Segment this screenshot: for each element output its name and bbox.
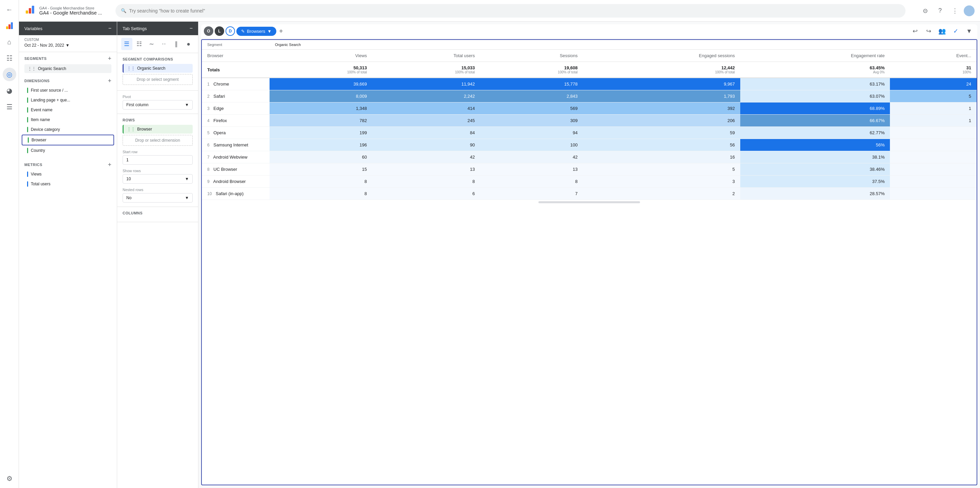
browsers-tab[interactable]: ✎ Browsers ▼ (236, 27, 276, 36)
nav-rail: ← ⌂ ☷ ◎ ◕ ☰ ⚙ (0, 0, 19, 488)
start-row-input[interactable] (123, 155, 192, 165)
more-options-button[interactable]: ⋮ (949, 5, 961, 17)
row-number: 8 (207, 167, 210, 172)
tab-avatar-l[interactable]: L (215, 26, 224, 36)
col-events[interactable]: Event... (890, 50, 977, 62)
table-body: Totals 50,313 100% of total 15,033 100% … (202, 62, 977, 200)
metric-indicator (27, 171, 28, 177)
drop-dimension-zone[interactable]: Drop or select dimension (123, 135, 192, 146)
col-total-users[interactable]: Total users (372, 50, 480, 62)
add-tab-button[interactable]: + (278, 27, 285, 35)
scatter-view-button[interactable]: ⋅⋅ (159, 38, 170, 50)
browser-name: Safari (213, 93, 225, 99)
add-person-button[interactable]: 👥 (937, 26, 948, 36)
dimension-item[interactable]: First user source / ... (22, 86, 114, 95)
nav-configure-icon[interactable]: ☰ (3, 100, 16, 114)
line-view-button[interactable]: ∼ (146, 38, 157, 50)
nested-rows-group: Nested rows No ▼ (123, 188, 192, 203)
dimension-label: First user source / ... (31, 88, 68, 93)
add-metric-button[interactable]: + (108, 162, 111, 168)
dimension-item[interactable]: Country (22, 146, 114, 155)
metric-label: Views (31, 172, 41, 176)
dimension-item[interactable]: Item name (22, 115, 114, 124)
metrics-section-header: METRICS + (19, 158, 117, 169)
col-sessions[interactable]: Sessions (480, 50, 583, 62)
nav-advertising-icon[interactable]: ◕ (3, 84, 16, 97)
table-row[interactable]: 2 Safari 8,009 2,242 2,843 1,793 63.07% … (202, 90, 977, 103)
bar-view-button[interactable]: ∥ (171, 38, 182, 50)
cell-engaged-sessions: 59 (583, 127, 740, 139)
dimension-label: Item name (31, 117, 50, 122)
table-row[interactable]: 7 Android Webview 60 42 42 16 38.1% (202, 151, 977, 163)
row-number: 1 (207, 82, 210, 87)
table-row[interactable]: 4 Firefox 782 245 309 206 66.67% 1 (202, 115, 977, 127)
browser-name: Opera (213, 130, 226, 135)
nav-settings-icon[interactable]: ⚙ (3, 472, 16, 485)
col-engagement-rate[interactable]: Engagement rate (740, 50, 890, 62)
cell-sessions: 13 (480, 163, 583, 176)
variables-panel-title: Variables (24, 26, 42, 31)
avatar[interactable] (964, 5, 975, 16)
table-row[interactable]: 5 Opera 199 84 94 59 62.77% (202, 127, 977, 139)
col-engaged-sessions[interactable]: Engaged sessions (583, 50, 740, 62)
geo-view-button[interactable]: ● (183, 38, 194, 50)
horizontal-scrollbar[interactable] (538, 201, 640, 203)
segment-tag-organic[interactable]: ⋮⋮ Organic Search (123, 64, 192, 73)
pivot-value: First column (126, 103, 148, 107)
nav-home-icon[interactable]: ⌂ (3, 35, 16, 49)
segment-chip-organic-search[interactable]: ⋮⋮ Organic Search (24, 64, 111, 73)
table-row[interactable]: 6 Samsung Internet 196 90 100 56 56% (202, 139, 977, 151)
cell-views: 196 (270, 139, 372, 151)
nav-reports-icon[interactable]: ☷ (3, 51, 16, 65)
col-views[interactable]: Views (270, 50, 372, 62)
header-search[interactable]: 🔍 (116, 4, 905, 17)
tab-avatar-o[interactable]: O (204, 26, 213, 36)
cell-events (890, 176, 977, 188)
metric-item[interactable]: Views (22, 170, 114, 179)
nav-back-icon[interactable]: ← (3, 3, 16, 16)
table-row[interactable]: 3 Edge 1,348 414 569 392 68.89% 1 (202, 103, 977, 115)
date-selector[interactable]: Custom Oct 22 - Nov 20, 2022 ▼ (19, 35, 117, 52)
metric-item[interactable]: Total users (22, 179, 114, 189)
dimension-item[interactable]: Browser (22, 135, 114, 146)
grid-view-button[interactable]: ⊝ (919, 5, 931, 17)
browser-name: Samsung Internet (213, 143, 248, 147)
add-segment-button[interactable]: + (108, 55, 111, 62)
svg-rect-1 (8, 24, 11, 29)
table-row[interactable]: 10 Safari (in-app) 8 6 7 2 28.57% (202, 188, 977, 200)
cell-events (890, 163, 977, 176)
dimension-item[interactable]: Device category (22, 125, 114, 134)
table-row[interactable]: 8 UC Browser 15 13 13 5 38.46% (202, 163, 977, 176)
pivot-view-button[interactable]: ☷ (134, 38, 145, 50)
variables-panel-minimize[interactable]: − (108, 26, 111, 31)
nested-rows-select[interactable]: No ▼ (123, 193, 192, 203)
redo-button[interactable]: ↪ (923, 26, 934, 36)
cell-views: 60 (270, 151, 372, 163)
help-button[interactable]: ? (934, 5, 946, 17)
share-dropdown-button[interactable]: ▼ (964, 26, 975, 36)
cell-events (890, 188, 977, 200)
dimension-item[interactable]: Landing page + que... (22, 95, 114, 105)
search-input[interactable] (129, 8, 900, 14)
row-number: 4 (207, 118, 210, 123)
drop-segment-zone[interactable]: Drop or select segment (123, 74, 192, 85)
row-tag-browser[interactable]: ⋮⋮ Browser (123, 125, 192, 133)
table-row[interactable]: 9 Android Browser 8 8 8 3 37.5% (202, 176, 977, 188)
tab-settings-minimize[interactable]: − (189, 26, 192, 31)
undo-button[interactable]: ↩ (910, 26, 920, 36)
dimension-item[interactable]: Event name (22, 105, 114, 115)
dimension-indicator (27, 127, 28, 132)
add-dimension-button[interactable]: + (108, 78, 111, 84)
date-value[interactable]: Oct 22 - Nov 20, 2022 ▼ (24, 41, 111, 49)
pivot-select[interactable]: First column ▼ (123, 100, 192, 109)
show-rows-select[interactable]: 10 ▼ (123, 174, 192, 184)
row-number: 10 (207, 192, 212, 196)
tab-avatar-d[interactable]: D (226, 26, 235, 36)
table-row[interactable]: 1 Chrome 39,669 11,942 15,778 9,967 63.1… (202, 78, 977, 90)
dimension-label: Device category (31, 127, 60, 132)
cell-engaged-sessions: 56 (583, 139, 740, 151)
table-view-button[interactable]: ☰ (121, 38, 132, 50)
check-button[interactable]: ✓ (950, 26, 961, 36)
variables-panel-header: Variables − (19, 22, 117, 35)
nav-explore-icon[interactable]: ◎ (3, 68, 16, 81)
